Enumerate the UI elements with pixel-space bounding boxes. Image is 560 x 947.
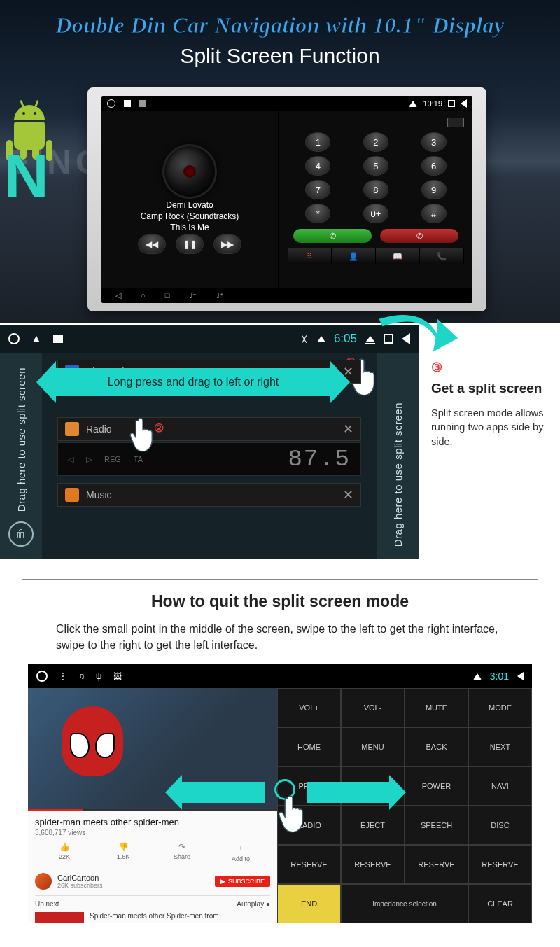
swipe-left-arrow-icon	[181, 782, 265, 803]
grid-menu[interactable]: MENU	[341, 727, 405, 766]
grid-next[interactable]: NEXT	[468, 727, 532, 766]
status-time: 10:19	[423, 99, 442, 108]
radio-preview: ◁▷ REG TA 87.5	[57, 442, 361, 476]
recent-app-music[interactable]: Music ✕	[57, 483, 361, 507]
dialer-tab-phone[interactable]: 📞	[420, 248, 464, 264]
instruction-arrow: Long press and drag to left or right	[53, 368, 333, 396]
nav-recents[interactable]: □	[165, 291, 170, 300]
grid-power[interactable]: POWER	[405, 766, 468, 806]
quit-heading: How to quit the split screen mode	[0, 592, 560, 611]
back-icon[interactable]	[517, 672, 524, 680]
close-icon[interactable]: ✕	[343, 487, 354, 503]
clear-all-icon[interactable]: 🗑	[8, 521, 34, 547]
pause-button[interactable]: ❚❚	[176, 234, 204, 254]
upnext-label: Up next	[35, 900, 59, 908]
next-video-item[interactable]: Spider-man meets other Spider-men from	[35, 912, 270, 923]
drag-zone-left[interactable]: Drag here to use split screen 🗑	[0, 353, 42, 559]
key-2[interactable]: 2	[363, 132, 388, 152]
key-1[interactable]: 1	[305, 132, 330, 152]
dialer-tab-book[interactable]: 📖	[376, 248, 420, 264]
home-icon[interactable]	[8, 333, 20, 344]
grid-clear[interactable]: CLEAR	[468, 884, 532, 923]
key-6[interactable]: 6	[421, 156, 447, 176]
key-hash[interactable]: #	[421, 204, 447, 223]
grid-reserve[interactable]: RESERVE	[405, 845, 468, 884]
grid-voldown[interactable]: VOL-	[341, 688, 405, 727]
drag-zone-right[interactable]: Drag here to use split screen	[377, 353, 419, 559]
grid-volup[interactable]: VOL+	[277, 688, 341, 727]
recents-icon[interactable]	[124, 100, 131, 107]
split-icon[interactable]	[448, 100, 455, 107]
split-screen-description: Split screen mode allows running two app…	[431, 406, 549, 449]
image-icon: 🖼	[113, 671, 122, 681]
nav-back[interactable]: ◁	[115, 291, 121, 300]
grid-reserve[interactable]: RESERVE	[277, 845, 341, 884]
instruction-text: Long press and drag to left or right	[108, 376, 279, 388]
hero-section: EINCAR® Double Din Car Navigation with 1…	[0, 0, 560, 323]
grid-back[interactable]: BACK	[405, 727, 468, 766]
share-button[interactable]: ↷Share	[153, 842, 211, 862]
call-button[interactable]: ✆	[293, 229, 372, 243]
autoplay-toggle[interactable]: Autoplay ●	[237, 900, 270, 908]
like-button[interactable]: 👍22K	[35, 842, 94, 862]
app-label: Radio	[86, 423, 112, 435]
key-4[interactable]: 4	[305, 156, 330, 176]
dialer-pane: 1 2 3 4 5 6 7 8 9 * 0+ # ✆	[278, 111, 472, 288]
status-bar: 10:19	[102, 96, 472, 111]
grid-impedance[interactable]: Impedance selection	[341, 884, 468, 923]
grid-mode[interactable]: MODE	[468, 688, 532, 727]
grid-disc[interactable]: DISC	[468, 806, 532, 845]
recent-app-radio[interactable]: Radio ✕	[57, 417, 361, 441]
key-7[interactable]: 7	[305, 180, 330, 199]
key-9[interactable]: 9	[421, 180, 447, 199]
grid-navi[interactable]: NAVI	[468, 766, 532, 806]
home-icon[interactable]	[36, 671, 48, 682]
prev-button[interactable]: ◀◀	[138, 234, 166, 254]
dialer-tabs: ⠿ 👤 📖 📞	[288, 248, 464, 264]
key-star[interactable]: *	[305, 204, 330, 223]
grid-mute[interactable]: MUTE	[405, 688, 468, 727]
youtube-pane: spider-man meets other spider-men 3,608,…	[28, 688, 277, 923]
channel-avatar-icon[interactable]	[35, 873, 52, 890]
status-time-2: 6:05	[334, 332, 357, 346]
subscribe-button[interactable]: ▶ SUBSCRIBE	[215, 876, 270, 887]
back-icon[interactable]	[461, 99, 467, 108]
hangup-button[interactable]: ✆	[380, 229, 458, 243]
radio-reg: REG	[104, 455, 121, 463]
hand-pointer-icon	[127, 417, 158, 456]
music-icon: ♫	[78, 671, 85, 681]
video-progress[interactable]	[28, 809, 277, 811]
dialer-tab-contacts[interactable]: 👤	[332, 248, 376, 264]
key-0[interactable]: 0+	[363, 204, 388, 223]
dialer-tab-keypad[interactable]: ⠿	[288, 248, 332, 264]
key-3[interactable]: 3	[421, 132, 447, 152]
channel-name[interactable]: CarlCartoon	[57, 874, 209, 882]
status-bar-3: ⋮ ♫ ψ 🖼 3:01	[28, 664, 532, 688]
grid-speech[interactable]: SPEECH	[405, 806, 468, 845]
video-views: 3,608,717 views	[35, 829, 270, 836]
key-8[interactable]: 8	[363, 180, 388, 199]
split-screen-instruction-section: ▲ ⚹ 6:05 ① Drag here to use split screen…	[0, 323, 560, 559]
addto-button[interactable]: ＋Add to	[211, 842, 270, 862]
key-5[interactable]: 5	[363, 156, 388, 176]
volume-knob-icon[interactable]	[162, 144, 217, 199]
next-button[interactable]: ▶▶	[214, 234, 241, 254]
status-time-3: 3:01	[490, 671, 509, 682]
close-icon[interactable]: ✕	[343, 421, 354, 437]
backspace-icon[interactable]	[447, 118, 464, 127]
grid-reserve[interactable]: RESERVE	[468, 845, 532, 884]
nav-volup[interactable]: ♩⁺	[216, 291, 224, 300]
nav-voldown[interactable]: ♩⁻	[189, 291, 197, 300]
grid-end[interactable]: END	[277, 884, 341, 923]
nav-home[interactable]: ○	[141, 291, 146, 300]
grid-reserve[interactable]: RESERVE	[341, 845, 405, 884]
grid-home[interactable]: HOME	[277, 727, 341, 766]
dislike-button[interactable]: 👎1.6K	[94, 842, 153, 862]
home-icon[interactable]	[107, 99, 115, 108]
menu-icon[interactable]: ⋮	[59, 671, 67, 681]
next-video-title: Spider-man meets other Spider-men from	[90, 912, 219, 923]
grid-eject[interactable]: EJECT	[341, 806, 405, 845]
hero-title: Double Din Car Navigation with 10.1" Dis…	[0, 0, 560, 38]
image-icon	[53, 335, 63, 343]
tablet-mockup: 10:19 Demi Lovato Camp Rock (Soundtracks…	[88, 87, 486, 311]
